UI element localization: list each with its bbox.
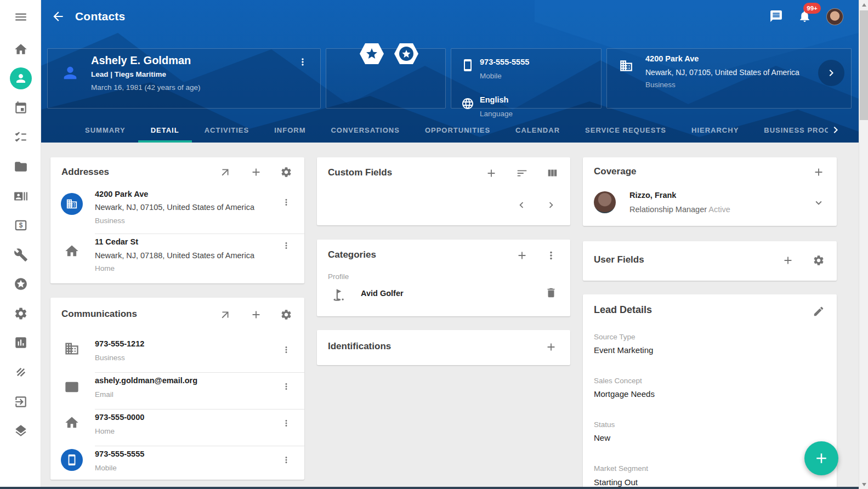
chevron-right-icon[interactable] [545,199,557,211]
address-label: Business [645,81,676,89]
address-line2: Newark, NJ, 07188, United States of Amer… [95,251,254,260]
more-options-icon[interactable] [281,455,291,465]
sidebar-item-analytics[interactable] [0,331,41,355]
contact-identity-card: Ashely E. Goldman Lead | Tiegs Maritime … [47,48,321,109]
more-options-icon[interactable] [545,249,557,261]
add-icon[interactable] [782,254,794,266]
notifications-icon[interactable]: 99+ [798,9,812,24]
sidebar-item-tasks[interactable] [0,125,41,149]
language-value: English [480,95,508,104]
tab-business-processes[interactable]: BUSINESS PROCESSES [751,118,828,143]
communication-type: Mobile [95,464,117,472]
view-columns-icon[interactable] [546,167,558,179]
sidebar-item-agreements[interactable] [0,360,41,384]
add-icon[interactable] [250,166,262,178]
sidebar-item-directory[interactable] [0,184,41,208]
sidebar-item-tools[interactable] [0,243,41,267]
contact-address-card: 4200 Park Ave Newark, NJ, 07105, United … [606,48,852,109]
field-label: Status [594,420,615,429]
tab-conversations[interactable]: CONVERSATIONS [318,118,412,143]
communication-row[interactable]: ashely.goldman@email.org Email [50,373,304,409]
communications-card: Communications 973-555-1212 Business [50,298,304,480]
open-in-full-icon[interactable] [219,309,231,321]
add-icon[interactable] [250,309,262,321]
tabs-scroll-right-icon[interactable] [829,123,842,137]
communication-row[interactable]: 973-555-1212 Business [50,336,304,372]
star-badge-icon[interactable] [359,42,385,65]
appbar: Contacts 99+ [41,0,859,33]
page-title: Contacts [75,10,125,23]
sidebar-item-billing[interactable]: $ [0,213,41,237]
more-options-icon[interactable] [281,241,291,251]
directory-icon [14,189,28,203]
address-row[interactable]: 11 Cedar St Newark, NJ, 07188, United St… [50,234,304,281]
add-icon[interactable] [485,167,497,179]
tab-inform[interactable]: INFORM [262,118,318,143]
star-circle-badge-icon[interactable] [393,42,419,65]
sidebar-item-settings[interactable] [0,302,41,326]
sidebar-item-home[interactable] [0,37,41,61]
sidebar-item-layers[interactable] [0,419,41,443]
communication-row[interactable]: 973-555-0000 Home [50,410,304,446]
tab-activities[interactable]: ACTIVITIES [192,118,262,143]
sidebar-item-calendar[interactable] [0,96,41,120]
analytics-icon [14,336,28,350]
open-in-full-icon[interactable] [219,166,231,178]
more-options-icon[interactable] [297,56,308,67]
tab-detail[interactable]: DETAIL [138,118,192,143]
custom-fields-card: Custom Fields [317,157,570,225]
more-options-icon[interactable] [281,345,291,355]
add-icon[interactable] [516,249,528,261]
tab-hierarchy[interactable]: HIERARCHY [679,118,751,143]
sidebar: $ [0,0,41,489]
chevron-down-icon[interactable] [813,197,825,209]
golf-icon [331,288,345,302]
more-options-icon[interactable] [281,197,291,207]
scroll-up-icon[interactable] [859,0,868,9]
address-row[interactable]: 4200 Park Ave Newark, NJ, 07105, United … [50,186,304,233]
sidebar-item-rewards[interactable] [0,272,41,296]
chevron-left-icon[interactable] [515,199,527,211]
contact-quickinfo-card: 973-555-5555 Mobile English Language [451,48,602,109]
rewards-icon [14,277,28,291]
communication-value: ashely.goldman@email.org [95,376,197,385]
card-title: Coverage [594,166,636,177]
add-fab-button[interactable] [804,441,838,475]
category-row[interactable]: Avid Golfer [317,285,570,310]
coverage-avatar[interactable] [594,191,616,213]
tab-summary[interactable]: SUMMARY [72,118,138,143]
sidebar-item-sign-out[interactable] [0,390,41,414]
add-icon[interactable] [813,166,825,178]
menu-icon[interactable] [0,5,41,29]
gear-icon[interactable] [280,309,292,321]
sort-icon[interactable] [516,167,528,179]
field-value: New [594,433,610,442]
delete-icon[interactable] [545,287,557,299]
addresses-card: Addresses 4200 Park Ave Newark, NJ, 0710… [50,157,304,283]
tab-calendar[interactable]: CALENDAR [503,118,572,143]
chat-icon[interactable] [769,9,784,24]
scroll-down-icon[interactable] [859,480,868,489]
add-icon[interactable] [545,341,557,353]
gear-icon[interactable] [280,166,292,178]
back-icon[interactable] [51,9,65,24]
more-options-icon[interactable] [281,382,291,391]
tab-opportunities[interactable]: OPPORTUNITIES [412,118,503,143]
vertical-scrollbar[interactable] [859,0,868,489]
more-options-icon[interactable] [281,418,291,428]
phone-label: Mobile [480,72,502,80]
communication-row[interactable]: 973-555-5555 Mobile [50,446,304,479]
field-value: Event Marketing [594,345,653,355]
business-icon [64,341,80,359]
scrollbar-thumb[interactable] [860,10,868,120]
user-avatar[interactable] [826,8,843,25]
sidebar-item-documents[interactable] [0,155,41,179]
hero-next-icon[interactable] [818,60,844,86]
sidebar-item-contacts[interactable] [0,66,41,90]
gear-icon[interactable] [813,254,825,266]
tabs: SUMMARY DETAIL ACTIVITIES INFORM CONVERS… [41,118,828,143]
tab-service-requests[interactable]: SERVICE REQUESTS [572,118,679,143]
edit-icon[interactable] [813,305,825,317]
agreements-icon [14,365,28,379]
lead-details-card: Lead Details Source Type Event Marketing… [583,294,837,489]
